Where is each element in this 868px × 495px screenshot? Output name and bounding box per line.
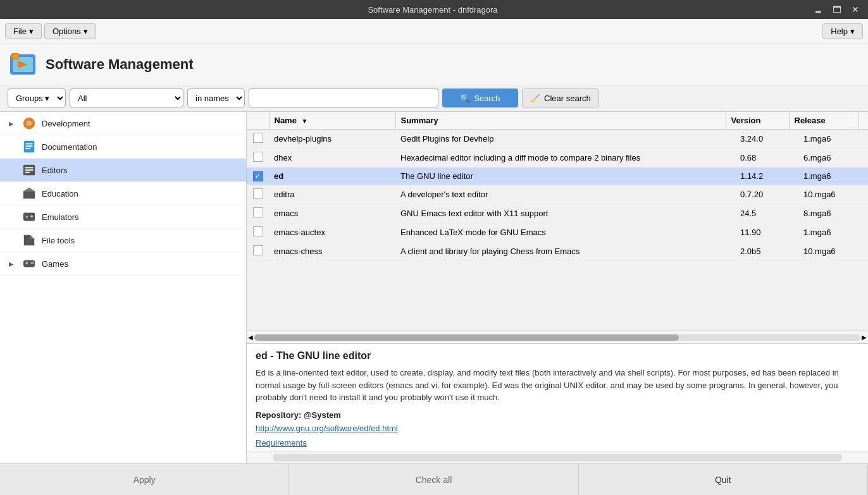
table-scrollbar-track[interactable] xyxy=(254,334,860,341)
package-name: dhex xyxy=(269,149,395,168)
name-sort-arrow: ▼ xyxy=(302,118,308,125)
package-version: 24.5 xyxy=(735,204,798,223)
table-row[interactable]: emacsGNU Emacs text editor with X11 supp… xyxy=(247,204,868,223)
checkbox-unchecked[interactable] xyxy=(253,133,263,143)
description-link[interactable]: http://www.gnu.org/software/ed/ed.html xyxy=(256,424,398,433)
sidebar-expander-file-tools[interactable] xyxy=(6,235,16,245)
svg-rect-9 xyxy=(26,145,33,147)
app-logo xyxy=(8,49,38,80)
sidebar-expander-games[interactable]: ▶ xyxy=(6,259,16,269)
package-summary: GNU Emacs text editor with X11 support xyxy=(395,204,735,223)
sidebar-item-games[interactable]: ▶Games xyxy=(0,252,246,276)
table-row[interactable]: ✓edThe GNU line editor1.14.21.mga6 xyxy=(247,168,868,185)
groups-select[interactable]: Groups ▾ xyxy=(8,89,66,107)
description-repo: Repository: @System xyxy=(256,410,859,420)
quit-button[interactable]: Quit xyxy=(579,464,868,495)
window-title: Software Management - dnfdragora xyxy=(368,5,497,15)
app-title: Software Management xyxy=(46,56,194,73)
table-row[interactable]: emacs-auctexEnhanced LaTeX mode for GNU … xyxy=(247,223,868,241)
close-button[interactable]: ✕ xyxy=(848,3,863,16)
search-icon: 🔍 xyxy=(460,94,470,103)
options-menu[interactable]: Options ▾ xyxy=(44,23,96,39)
search-button[interactable]: 🔍 Search xyxy=(442,89,518,107)
sidebar-icon-education xyxy=(22,186,37,201)
sidebar-expander-development[interactable]: ▶ xyxy=(6,118,16,128)
search-input[interactable] xyxy=(249,89,438,107)
checkbox-unchecked[interactable] xyxy=(253,152,263,162)
sidebar-icon-emulators xyxy=(22,209,37,224)
package-version: 2.0b5 xyxy=(735,241,798,260)
sidebar-expander-education[interactable] xyxy=(6,188,16,199)
sidebar-item-file-tools[interactable]: File tools xyxy=(0,229,246,252)
requirements-link[interactable]: Requirements xyxy=(256,438,859,448)
checkbox-checked[interactable]: ✓ xyxy=(253,171,263,181)
package-release: 1.mga6 xyxy=(798,223,868,241)
table-row[interactable]: devhelp-pluginsGedit Plugins for Devhelp… xyxy=(247,130,868,149)
sidebar-expander-editors[interactable] xyxy=(6,165,16,175)
package-release: 8.mga6 xyxy=(798,204,868,223)
package-name: ed xyxy=(269,168,395,185)
sidebar: ▶⚙DevelopmentDocumentationEditorsEducati… xyxy=(0,112,247,463)
package-version: 0.68 xyxy=(735,149,798,168)
file-menu[interactable]: File ▾ xyxy=(5,23,42,39)
package-summary: Gedit Plugins for Devhelp xyxy=(395,130,735,149)
package-name: emacs-chess xyxy=(269,241,395,260)
svg-text:⚙: ⚙ xyxy=(26,119,32,127)
sidebar-label-games: Games xyxy=(42,259,68,269)
table-row[interactable]: emacs-chessA client and library for play… xyxy=(247,241,868,260)
checkbox-unchecked[interactable] xyxy=(253,226,263,236)
svg-marker-16 xyxy=(23,188,35,192)
sidebar-expander-documentation[interactable] xyxy=(6,142,16,152)
col-header-summary: Summary xyxy=(395,112,726,129)
col-header-name[interactable]: Name ▼ xyxy=(269,112,395,129)
svg-point-25 xyxy=(30,262,32,264)
package-checkbox-emacs-auctex[interactable] xyxy=(247,223,269,241)
sidebar-label-documentation: Documentation xyxy=(42,142,97,152)
apply-button[interactable]: Apply xyxy=(0,464,289,495)
checkbox-unchecked[interactable] xyxy=(253,245,263,255)
sidebar-item-emulators[interactable]: Emulators xyxy=(0,205,246,229)
sidebar-expander-emulators[interactable] xyxy=(6,212,16,222)
package-table-header: Name ▼ Summary Version Release xyxy=(247,112,868,130)
sidebar-label-emulators: Emulators xyxy=(42,212,79,222)
minimize-button[interactable]: 🗕 xyxy=(810,3,826,16)
package-checkbox-emacs-chess[interactable] xyxy=(247,241,269,260)
right-panel: Name ▼ Summary Version Release xyxy=(247,112,868,463)
svg-rect-24 xyxy=(27,262,28,265)
table-row[interactable]: editraA developer's text editor0.7.2010.… xyxy=(247,185,868,204)
help-menu[interactable]: Help ▾ xyxy=(822,23,863,39)
package-release: 10.mga6 xyxy=(798,185,868,204)
package-release: 6.mga6 xyxy=(798,149,868,168)
table-horizontal-scrollbar[interactable]: ◀ ▶ xyxy=(247,331,868,343)
sidebar-label-development: Development xyxy=(42,119,90,128)
package-checkbox-editra[interactable] xyxy=(247,185,269,204)
package-checkbox-ed[interactable]: ✓ xyxy=(247,168,269,185)
sidebar-item-editors[interactable]: Editors xyxy=(0,159,246,182)
col-header-check xyxy=(247,112,269,129)
checkbox-unchecked[interactable] xyxy=(253,188,263,199)
sidebar-item-documentation[interactable]: Documentation xyxy=(0,135,246,159)
table-row[interactable]: dhexHexadecimal editor including a diff … xyxy=(247,149,868,168)
package-summary: A client and library for playing Chess f… xyxy=(395,241,735,260)
filter-select[interactable]: All xyxy=(70,89,183,107)
package-checkbox-dhex[interactable] xyxy=(247,149,269,168)
sidebar-item-education[interactable]: Education xyxy=(0,182,246,205)
search-in-select[interactable]: in names xyxy=(187,89,245,107)
package-release: 1.mga6 xyxy=(798,130,868,149)
check-all-button[interactable]: Check all xyxy=(289,464,578,495)
clear-search-button[interactable]: 🧹 Clear search xyxy=(522,89,599,107)
bottom-scrollbar[interactable] xyxy=(273,454,842,461)
table-scrollbar-thumb[interactable] xyxy=(254,334,679,341)
maximize-button[interactable]: 🗖 xyxy=(829,3,845,16)
package-summary: The GNU line editor xyxy=(395,168,735,185)
sidebar-item-development[interactable]: ▶⚙Development xyxy=(0,112,246,135)
col-header-version: Version xyxy=(726,112,789,129)
scroll-left-arrow[interactable]: ◀ xyxy=(248,334,253,341)
scroll-right-arrow[interactable]: ▶ xyxy=(862,334,867,341)
package-version: 0.7.20 xyxy=(735,185,798,204)
package-checkbox-emacs[interactable] xyxy=(247,204,269,223)
package-checkbox-devhelp-plugins[interactable] xyxy=(247,130,269,149)
description-text: Ed is a line-oriented text editor, used … xyxy=(256,367,859,404)
bottom-scroll-area[interactable] xyxy=(247,451,868,463)
checkbox-unchecked[interactable] xyxy=(253,207,263,217)
